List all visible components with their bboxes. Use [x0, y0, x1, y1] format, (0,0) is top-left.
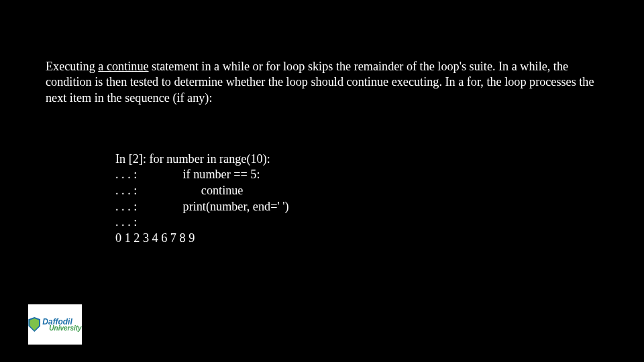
code-example: In [2]: for number in range(10): . . . :…: [115, 135, 289, 247]
logo-sub-text: University: [49, 325, 81, 332]
code-line-1: In [2]: for number in range(10):: [115, 152, 270, 166]
code-output: 0 1 2 3 4 6 7 8 9: [115, 231, 195, 245]
para-underlined: a continue: [98, 60, 148, 73]
logo-text: Daffodil University: [42, 318, 81, 332]
code-line-3: . . . : continue: [115, 184, 243, 197]
description-paragraph: Executing a continue statement in a whil…: [46, 59, 606, 106]
logo-inner: Daffodil University: [28, 317, 81, 332]
para-prefix: Executing: [46, 60, 98, 73]
slide-content: Executing a continue statement in a whil…: [46, 59, 606, 106]
shield-icon: [28, 317, 40, 332]
code-line-5: . . . :: [115, 215, 137, 229]
university-logo: Daffodil University: [28, 304, 82, 345]
code-line-2: . . . : if number == 5:: [115, 168, 260, 181]
code-line-4: . . . : print(number, end=' '): [115, 200, 289, 213]
